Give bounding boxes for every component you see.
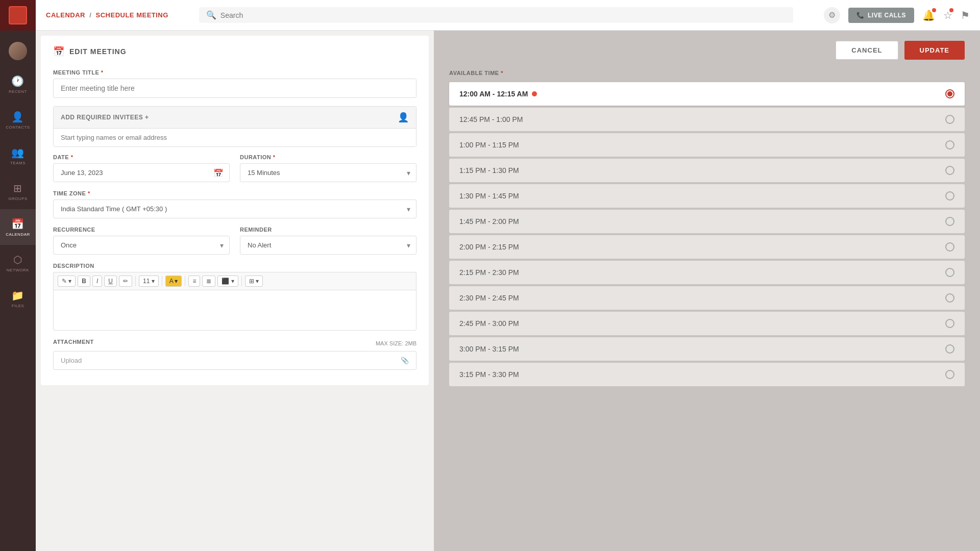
sidebar-item-calendar[interactable]: 📅CALENDAR [0,209,36,245]
description-editor[interactable] [53,290,416,331]
time-slot[interactable]: 1:30 PM - 1:45 PM [449,184,965,208]
flag-icon[interactable]: ⚑ [961,9,970,21]
time-slot-text: 12:45 PM - 1:00 PM [459,115,523,123]
time-slot[interactable]: 2:00 PM - 2:15 PM [449,235,965,259]
time-slot[interactable]: 1:15 PM - 1:30 PM [449,159,965,182]
date-input[interactable] [53,163,230,182]
time-slot-text: 1:00 PM - 1:15 PM [459,141,519,149]
radio-button[interactable] [945,293,954,303]
people-icon: 👤 [398,112,409,123]
recurrence-reminder-row: RECURRENCE Once Daily Weekly Monthly ▾ [53,227,416,255]
time-slot[interactable]: 12:00 AM - 12:15 AM [449,82,965,106]
date-duration-row: DATE * 📅 DURATION * 15 Mi [53,154,416,182]
radio-button[interactable] [945,344,954,354]
time-slot[interactable]: 2:30 PM - 2:45 PM [449,286,965,310]
form-header: 📅 EDIT MEETING [53,46,416,59]
date-wrapper: 📅 [53,163,230,182]
time-slot-text: 12:00 AM - 12:15 AM [459,90,528,98]
bookmarks-button[interactable]: ☆ [943,9,952,21]
meeting-title-field: MEETING TITLE * [53,69,416,98]
font-size-button[interactable]: 11 ▾ [139,276,159,287]
invitees-label: ADD REQUIRED INVITEES + [61,114,149,121]
radio-button[interactable] [945,166,954,175]
sidebar-item-contacts[interactable]: 👤CONTACTS [0,102,36,138]
timezone-label: TIME ZONE * [53,190,416,196]
time-slot[interactable]: 3:00 PM - 3:15 PM [449,337,965,361]
breadcrumb-base: CALENDAR [46,11,85,19]
live-calls-button[interactable]: 📞 LIVE CALLS [848,8,914,23]
calendar-picker-icon: 📅 [213,168,224,178]
update-button[interactable]: UPDATE [904,41,965,60]
font-color-button[interactable]: A ▾ [165,276,182,287]
sidebar-label-recent: RECENT [9,89,27,94]
recurrence-select[interactable]: Once Daily Weekly Monthly [53,236,230,255]
logo-icon [9,6,27,24]
ordered-list-button[interactable]: ≣ [202,276,215,287]
radio-button[interactable] [945,115,954,124]
date-field: DATE * 📅 [53,154,230,182]
topbar: CALENDAR / SCHEDULE MEETING 🔍 ⚙ 📞 LIVE C… [36,0,980,31]
time-slot[interactable]: 2:45 PM - 3:00 PM [449,312,965,335]
table-button[interactable]: ⊞ ▾ [245,276,263,287]
page-body: 📅 EDIT MEETING MEETING TITLE * ADD REQUI… [36,31,980,551]
duration-select[interactable]: 15 Minutes 30 Minutes 45 Minutes 1 Hour [240,163,416,182]
timezone-select[interactable]: India Standard Time ( GMT +05:30 ) UTC E… [53,199,416,218]
app-logo[interactable] [0,0,36,31]
settings-button[interactable]: ⚙ [824,7,840,23]
search-bar[interactable]: 🔍 [199,7,794,23]
max-size-label: MAX SIZE: 2MB [376,340,416,346]
bold-button[interactable]: B [78,276,90,287]
time-slot-text: 2:15 PM - 2:30 PM [459,268,519,277]
time-slot[interactable]: 1:45 PM - 2:00 PM [449,210,965,233]
time-slot[interactable]: 1:00 PM - 1:15 PM [449,133,965,157]
radio-button[interactable] [945,268,954,277]
search-input[interactable] [220,11,787,19]
edit-tool-button[interactable]: ✎ ▾ [58,276,76,287]
meeting-title-input[interactable] [53,79,416,98]
recurrence-field: RECURRENCE Once Daily Weekly Monthly ▾ [53,227,230,255]
time-slot[interactable]: 2:15 PM - 2:30 PM [449,261,965,284]
underline-button[interactable]: U [104,276,117,287]
invitees-input[interactable] [54,128,416,146]
sidebar: 🕐RECENT👤CONTACTS👥TEAMS⊞GROUPS📅CALENDAR⬡N… [0,0,36,551]
radio-button[interactable] [945,370,954,379]
cancel-button[interactable]: CANCEL [836,41,898,60]
calendar-form-icon: 📅 [53,46,64,57]
highlight-button[interactable]: ✏ [119,276,132,287]
radio-button[interactable] [945,89,954,98]
radio-button[interactable] [945,242,954,252]
radio-button[interactable] [945,217,954,226]
attachment-header: ATTACHMENT MAX SIZE: 2MB [53,339,416,348]
timezone-field: TIME ZONE * India Standard Time ( GMT +0… [53,190,416,218]
sidebar-label-teams: TEAMS [10,161,26,165]
notifications-button[interactable]: 🔔 [922,9,935,21]
time-slot-text: 3:15 PM - 3:30 PM [459,370,519,379]
reminder-select[interactable]: No Alert 5 Minutes 10 Minutes 15 Minutes [240,236,416,255]
sidebar-item-network[interactable]: ⬡NETWORK [0,245,36,281]
description-section: DESCRIPTION ✎ ▾ B I U ✏ 11 ▾ A ▾ ≡ ≣ [53,263,416,331]
italic-button[interactable]: I [92,276,102,287]
sidebar-item-groups[interactable]: ⊞GROUPS [0,173,36,209]
sidebar-item-files[interactable]: 📁FILES [0,281,36,316]
time-slots-list: 12:00 AM - 12:15 AM12:45 PM - 1:00 PM1:0… [449,82,965,386]
calendar-icon: 📅 [11,218,24,230]
radio-button[interactable] [945,191,954,201]
upload-button[interactable]: Upload 📎 [53,351,416,370]
toolbar-divider-2 [162,276,162,286]
time-slot[interactable]: 12:45 PM - 1:00 PM [449,108,965,131]
align-button[interactable]: ⬛ ▾ [217,276,238,287]
radio-button[interactable] [945,319,954,328]
invitees-header[interactable]: ADD REQUIRED INVITEES + 👤 [54,107,416,128]
attachment-section: ATTACHMENT MAX SIZE: 2MB Upload 📎 [53,339,416,370]
teams-icon: 👥 [11,146,24,159]
avatar[interactable] [9,42,27,60]
bullet-list-button[interactable]: ≡ [188,276,200,287]
attachment-label: ATTACHMENT [53,339,94,345]
sidebar-item-teams[interactable]: 👥TEAMS [0,138,36,173]
sidebar-item-recent[interactable]: 🕐RECENT [0,66,36,102]
radio-button[interactable] [945,140,954,149]
time-slot[interactable]: 3:15 PM - 3:30 PM [449,363,965,386]
invitees-section: ADD REQUIRED INVITEES + 👤 [53,106,416,147]
description-label: DESCRIPTION [53,263,416,269]
form-card: 📅 EDIT MEETING MEETING TITLE * ADD REQUI… [41,36,429,385]
